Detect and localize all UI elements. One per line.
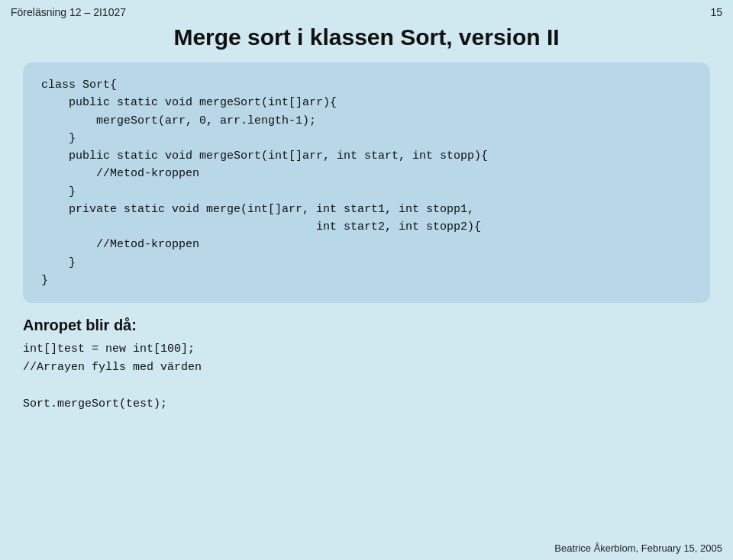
header-title: Föreläsning 12 – 2I1027	[11, 6, 126, 18]
header-page-number: 15	[710, 6, 722, 18]
code-box: class Sort{ public static void mergeSort…	[23, 63, 710, 303]
section-label: Anropet blir då:	[23, 317, 710, 334]
footer-text: Beatrice Åkerblom, February 15, 2005	[554, 542, 722, 554]
bottom-code: int[]test = new int[100]; //Arrayen fyll…	[23, 340, 710, 414]
slide-title: Merge sort i klassen Sort, version II	[23, 24, 710, 50]
code-text: class Sort{ public static void mergeSort…	[41, 76, 692, 289]
